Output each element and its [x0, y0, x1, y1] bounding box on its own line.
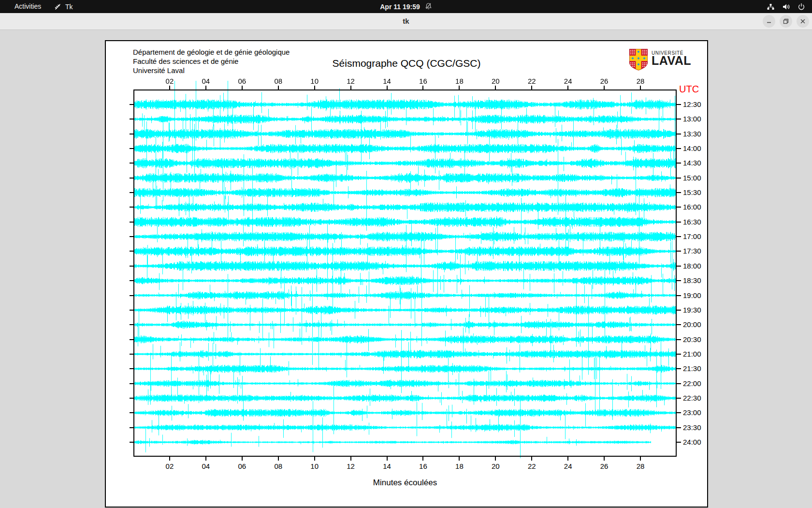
- utc-tick-label: 12:30: [683, 100, 701, 109]
- x-tick-label-top: 18: [451, 77, 467, 85]
- left-tick-mark: [130, 398, 134, 399]
- left-tick-mark: [130, 251, 134, 252]
- restore-button[interactable]: [780, 15, 792, 28]
- x-tick-mark-top: [205, 86, 206, 90]
- x-tick-mark-bottom: [387, 457, 388, 461]
- x-tick-mark-top: [640, 86, 641, 90]
- utc-tick-label: 22:30: [683, 394, 701, 403]
- x-tick-label-bottom: 20: [487, 462, 504, 470]
- x-tick-label-bottom: 28: [632, 462, 649, 470]
- volume-icon: [782, 3, 790, 11]
- x-tick-label-bottom: 14: [379, 462, 395, 470]
- clock-area[interactable]: Apr 11 19:59: [0, 0, 812, 13]
- utc-tick-mark: [677, 178, 681, 179]
- x-tick-mark-bottom: [422, 457, 423, 461]
- utc-tick-label: 15:30: [683, 188, 701, 197]
- left-tick-mark: [130, 236, 134, 237]
- utc-tick-label: 23:00: [683, 408, 701, 417]
- x-tick-label-bottom: 26: [596, 462, 612, 470]
- left-tick-mark: [130, 119, 134, 120]
- x-tick-mark-top: [567, 86, 568, 90]
- x-axis-title: Minutes écoulées: [106, 478, 704, 488]
- utc-tick-label: 17:00: [683, 232, 701, 241]
- x-tick-mark-bottom: [205, 457, 206, 461]
- x-tick-mark-top: [242, 86, 243, 90]
- left-tick-mark: [130, 178, 134, 179]
- close-button[interactable]: [797, 15, 809, 28]
- utc-tick-mark: [677, 427, 681, 428]
- utc-tick-label: 21:00: [683, 350, 701, 359]
- left-tick-mark: [130, 383, 134, 384]
- network-icon: [767, 3, 775, 11]
- utc-tick-label: 13:30: [683, 130, 701, 138]
- utc-tick-label: 22:00: [683, 379, 701, 388]
- left-tick-mark: [130, 310, 134, 311]
- window-titlebar[interactable]: tk: [0, 13, 812, 30]
- utc-tick-mark: [677, 134, 681, 134]
- bell-muted-icon: [425, 2, 432, 11]
- utc-tick-mark: [677, 295, 681, 296]
- x-tick-label-bottom: 08: [270, 462, 287, 470]
- minimize-button[interactable]: [763, 15, 775, 28]
- laval-logo-bottom: LAVAL: [652, 56, 691, 66]
- x-tick-mark-top: [314, 86, 315, 90]
- utc-tick-label: 21:30: [683, 364, 701, 373]
- utc-tick-mark: [677, 163, 681, 164]
- x-tick-mark-bottom: [459, 457, 460, 461]
- x-tick-label-bottom: 06: [234, 462, 250, 470]
- utc-tick-mark: [677, 251, 681, 252]
- laval-logo: UNIVERSITÉ LAVAL: [629, 48, 691, 73]
- dept-line-1: Département de géologie et de génie géol…: [133, 47, 290, 57]
- utc-tick-mark: [677, 442, 681, 443]
- utc-tick-label: 24:00: [683, 438, 701, 447]
- x-tick-mark-bottom: [604, 457, 605, 461]
- x-tick-mark-bottom: [495, 457, 496, 461]
- app-canvas: Département de géologie et de génie géol…: [105, 40, 708, 508]
- utc-tick-mark: [677, 383, 681, 384]
- utc-tick-mark: [677, 368, 681, 369]
- x-tick-mark-top: [531, 86, 532, 90]
- utc-tick-label: 14:30: [683, 159, 701, 167]
- utc-tick-mark: [677, 192, 681, 193]
- utc-tick-label: 16:00: [683, 203, 701, 211]
- x-tick-mark-bottom: [567, 457, 568, 461]
- utc-tick-label: 18:00: [683, 262, 701, 270]
- utc-tick-label: 16:30: [683, 218, 701, 226]
- left-tick-mark: [130, 134, 134, 134]
- x-tick-mark-bottom: [314, 457, 315, 461]
- x-tick-label-top: 16: [415, 77, 431, 85]
- x-tick-mark-bottom: [350, 457, 351, 461]
- utc-tick-mark: [677, 207, 681, 208]
- utc-tick-mark: [677, 280, 681, 281]
- utc-tick-mark: [677, 324, 681, 325]
- utc-tick-label: 13:00: [683, 115, 701, 123]
- power-icon: [798, 3, 805, 11]
- left-tick-mark: [130, 280, 134, 281]
- left-tick-mark: [130, 192, 134, 193]
- utc-tick-mark: [677, 398, 681, 399]
- utc-tick-mark: [677, 148, 681, 149]
- x-tick-mark-bottom: [531, 457, 532, 461]
- left-tick-mark: [130, 163, 134, 164]
- utc-axis-label: UTC: [679, 84, 699, 95]
- utc-tick-mark: [677, 222, 681, 223]
- plot-frame: [133, 90, 677, 457]
- x-tick-mark-top: [422, 86, 423, 90]
- left-tick-mark: [130, 104, 134, 105]
- x-tick-mark-bottom: [278, 457, 279, 461]
- utc-tick-label: 19:00: [683, 291, 701, 300]
- system-tray[interactable]: [767, 0, 805, 13]
- x-tick-mark-top: [350, 86, 351, 90]
- left-tick-mark: [130, 324, 134, 325]
- left-tick-mark: [130, 412, 134, 413]
- x-tick-mark-bottom: [640, 457, 641, 461]
- utc-tick-mark: [677, 354, 681, 355]
- x-tick-label-top: 08: [270, 77, 287, 85]
- left-tick-mark: [130, 368, 134, 369]
- clock-label: Apr 11 19:59: [380, 3, 420, 11]
- utc-tick-label: 20:30: [683, 335, 701, 344]
- utc-tick-mark: [677, 104, 681, 105]
- x-tick-label-top: 10: [306, 77, 323, 85]
- top-bar: Activities Tk Apr 11 19:59: [0, 0, 812, 13]
- x-tick-label-bottom: 12: [343, 462, 359, 470]
